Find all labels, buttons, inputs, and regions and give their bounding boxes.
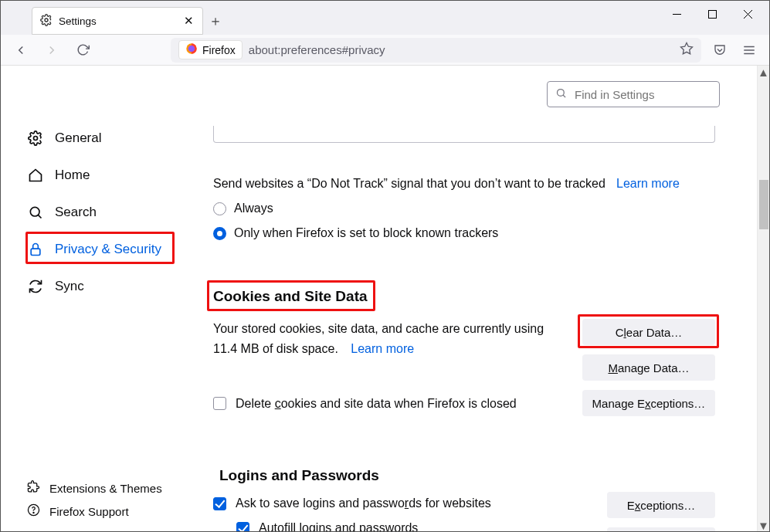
sidebar-extensions-themes[interactable]: Extensions & Themes xyxy=(27,480,162,496)
window-minimize-button[interactable] xyxy=(660,2,694,25)
help-icon xyxy=(27,503,40,519)
search-icon xyxy=(27,205,44,220)
scroll-thumb[interactable] xyxy=(759,180,768,229)
url-bar[interactable]: Firefox about:preferences#privacy xyxy=(171,38,701,63)
app-menu-button[interactable] xyxy=(737,38,762,63)
sidebar-label: Privacy & Security xyxy=(55,242,161,257)
settings-sidebar: General Home Search Privacy & Security S… xyxy=(1,66,182,531)
saved-logins-button[interactable]: Saved Logins… xyxy=(607,527,715,531)
checkbox-autofill-logins[interactable]: Autofill logins and passwords xyxy=(236,521,592,531)
partial-box xyxy=(213,126,715,143)
checkbox-label: Ask to save logins and passwords for web… xyxy=(236,496,491,510)
titlebar: Settings ✕ ＋ xyxy=(1,1,769,35)
main-panel: Send websites a “Do Not Track” signal th… xyxy=(182,66,769,531)
identity-box[interactable]: Firefox xyxy=(178,40,243,59)
search-icon xyxy=(555,87,567,101)
home-icon xyxy=(27,168,44,183)
heading-logins: Logins and Passwords xyxy=(219,463,715,489)
checkbox-delete-on-close[interactable]: Delete cookies and site data when Firefo… xyxy=(213,394,567,414)
scroll-up-arrow[interactable]: ▲ xyxy=(758,66,769,78)
back-button[interactable] xyxy=(8,38,33,63)
svg-marker-7 xyxy=(681,43,693,54)
window-close-button[interactable] xyxy=(731,2,765,25)
sidebar-item-general[interactable]: General xyxy=(27,120,182,157)
sidebar-firefox-support[interactable]: Firefox Support xyxy=(27,503,162,519)
checkbox-label: Autofill logins and passwords xyxy=(259,521,418,531)
url-text: about:preferences#privacy xyxy=(249,43,385,56)
checkbox-icon xyxy=(213,497,226,510)
cookies-learn-more-link[interactable]: Learn more xyxy=(351,342,414,355)
sidebar-item-home[interactable]: Home xyxy=(27,157,182,194)
checkbox-label: Delete cookies and site data when Firefo… xyxy=(236,394,517,414)
checkbox-ask-save-logins[interactable]: Ask to save logins and passwords for web… xyxy=(213,496,592,510)
svg-point-12 xyxy=(30,207,39,216)
sidebar-label: Firefox Support xyxy=(49,505,129,518)
heading-cookies: Cookies and Site Data xyxy=(213,283,715,310)
tab-settings[interactable]: Settings ✕ xyxy=(32,7,203,35)
dnt-learn-more-link[interactable]: Learn more xyxy=(616,177,680,190)
svg-point-0 xyxy=(45,19,48,22)
sidebar-label: Sync xyxy=(55,279,84,294)
svg-rect-14 xyxy=(31,249,40,255)
firefox-icon xyxy=(185,42,198,57)
svg-rect-2 xyxy=(708,10,716,18)
lock-icon xyxy=(27,242,44,257)
sidebar-label: Search xyxy=(55,205,97,220)
reload-button[interactable] xyxy=(70,38,95,63)
logins-exceptions-button[interactable]: Exceptions… xyxy=(607,492,715,518)
scrollbar[interactable]: ▲ ▼ xyxy=(757,66,769,531)
sync-icon xyxy=(27,279,44,294)
bookmark-star-icon[interactable] xyxy=(680,42,694,58)
radio-label: Only when Firefox is set to block known … xyxy=(234,226,498,240)
sidebar-label: General xyxy=(55,130,101,146)
window-maximize-button[interactable] xyxy=(695,2,729,25)
gear-icon xyxy=(40,14,53,29)
dnt-text: Send websites a “Do Not Track” signal th… xyxy=(213,177,605,190)
new-tab-button[interactable]: ＋ xyxy=(203,7,228,35)
scroll-down-arrow[interactable]: ▼ xyxy=(758,519,769,531)
forward-button[interactable] xyxy=(39,38,64,63)
checkbox-icon xyxy=(213,397,226,410)
svg-point-11 xyxy=(34,137,38,141)
radio-label: Always xyxy=(234,202,273,215)
svg-point-16 xyxy=(33,512,34,513)
sidebar-label: Extensions & Themes xyxy=(49,482,162,495)
sidebar-item-search[interactable]: Search xyxy=(27,194,182,231)
svg-point-17 xyxy=(558,90,565,97)
gear-icon xyxy=(27,130,44,146)
radio-icon xyxy=(213,202,226,215)
pocket-icon[interactable] xyxy=(707,38,732,63)
checkbox-icon xyxy=(236,522,249,532)
manage-data-button[interactable]: Manage Data… xyxy=(582,354,715,381)
sidebar-item-privacy[interactable]: Privacy & Security xyxy=(27,231,182,268)
sidebar-label: Home xyxy=(55,168,90,183)
search-input[interactable] xyxy=(573,87,711,102)
svg-line-13 xyxy=(38,215,41,218)
find-in-settings[interactable] xyxy=(547,81,720,107)
manage-exceptions-button[interactable]: Manage Exceptions… xyxy=(582,390,715,416)
clear-data-button[interactable]: Clear Data… xyxy=(582,319,715,345)
puzzle-icon xyxy=(27,480,40,496)
identity-label: Firefox xyxy=(202,44,236,56)
tab-label: Settings xyxy=(59,15,176,27)
radio-only-blocking[interactable]: Only when Firefox is set to block known … xyxy=(213,226,715,240)
sidebar-item-sync[interactable]: Sync xyxy=(27,268,182,305)
navigation-toolbar: Firefox about:preferences#privacy xyxy=(1,35,769,66)
radio-always[interactable]: Always xyxy=(213,202,715,215)
svg-line-18 xyxy=(563,95,565,97)
radio-icon xyxy=(213,227,226,240)
close-tab-icon[interactable]: ✕ xyxy=(182,14,195,28)
